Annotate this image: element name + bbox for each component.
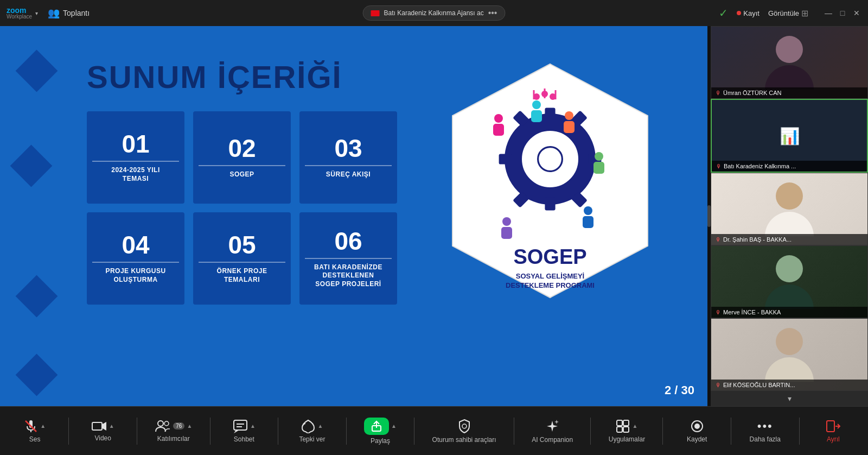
katilimci-chevron[interactable]: ▲	[187, 423, 192, 429]
toolbar-separator-9	[662, 418, 663, 445]
svg-rect-46	[617, 420, 622, 426]
view-button[interactable]: Görüntüle ⊞	[768, 8, 808, 18]
svg-rect-20	[583, 216, 593, 228]
toolbar-ayril[interactable]: Ayrıl	[817, 419, 850, 443]
participants-icon	[155, 420, 171, 433]
leave-icon	[826, 419, 841, 433]
toolbar-katilimcilar[interactable]: 76 ▲ Katılımcılar	[155, 420, 192, 443]
toolbar-separator-2	[137, 418, 137, 445]
participant-name-5: 🎙 Elif KÖSEOĞLU BARTIN...	[711, 380, 867, 390]
video-chevron[interactable]: ▲	[109, 423, 114, 429]
paylas-active-bg	[364, 418, 389, 435]
svg-point-51	[694, 424, 700, 429]
participant-name-3: 🎙 Dr. Şahin BAŞ - BAKKA...	[711, 234, 867, 245]
svg-rect-18	[593, 162, 604, 174]
titlebar-right: ✓ Kayıt Görüntüle ⊞ — □ ✕	[719, 7, 861, 20]
participant-tile-4[interactable]: 🎙 Merve İNCE - BAKKA	[711, 245, 868, 318]
avatar-head-3	[776, 182, 803, 210]
tepki-icon-wrap: ▲	[301, 419, 323, 433]
participants-badge: 76	[173, 422, 184, 429]
svg-rect-3	[545, 108, 555, 121]
svg-point-2	[538, 147, 563, 172]
toolbar-aicompanion[interactable]: AI Companion	[532, 419, 573, 444]
tepki-label: Tepki ver	[299, 435, 325, 443]
toolbar-sohbet[interactable]: ▲ Sohbet	[228, 419, 260, 443]
toolbar-ses[interactable]: ▲ Ses	[18, 419, 51, 443]
reaction-icon	[301, 419, 315, 433]
participant-tile-2[interactable]: 📊 🎙 Batı Karadeniz Kalkınma ...	[711, 99, 868, 173]
dahafazla-label: Daha fazla	[750, 435, 781, 443]
logo-dropdown[interactable]: ▾	[35, 10, 38, 16]
card-01-number: 01	[92, 131, 179, 162]
kaydet-label: Kaydet	[687, 435, 707, 443]
more-icon-wrap: •••	[757, 419, 773, 433]
avatar-body-1	[765, 65, 814, 90]
slide-page-number: 2 / 30	[665, 383, 694, 397]
toolbar-uygulamalar[interactable]: ▲ Uygulamalar	[609, 419, 645, 443]
toolbar-kaydet[interactable]: Kaydet	[681, 419, 713, 443]
toolbar-separator-8	[590, 418, 591, 445]
card-01-label: 2024-2025 YILITEMASI	[111, 166, 160, 183]
toolbar: ▲ Ses ▲ Video	[0, 406, 868, 455]
ai-companion-icon	[545, 419, 560, 434]
sidebar-scroll-down[interactable]: ▾	[711, 391, 868, 406]
diamond-decoration-2	[10, 145, 53, 187]
svg-point-17	[595, 152, 603, 161]
card-06: 06 BATI KARADENİZDEDESTEKLENENSOGEP PROJ…	[299, 212, 397, 305]
paylas-chevron[interactable]: ▲	[391, 423, 397, 429]
meeting-pill-menu[interactable]: •••	[488, 8, 497, 18]
ai-companion-label: AI Companion	[532, 436, 573, 444]
ai-icon-wrap	[545, 419, 560, 434]
avatar-head-1	[776, 36, 803, 63]
toolbar-dahafazla[interactable]: ••• Daha fazla	[749, 419, 781, 443]
participant-tile-1[interactable]: 🎙 Ümran ÖZTÜRK CAN	[711, 26, 868, 99]
participant-tile-3[interactable]: 🎙 Dr. Şahin BAŞ - BAKKA...	[711, 173, 868, 245]
card-02: 02 SOGEP	[193, 111, 291, 204]
card-04: 04 PROJE KURGUSUOLUŞTURMA	[87, 212, 184, 305]
toolbar-separator-5	[346, 418, 347, 445]
card-03-label: SÜREÇ AKIŞI	[326, 170, 371, 179]
diamond-decoration-4	[16, 354, 58, 396]
avatar-head-5	[776, 328, 803, 355]
avatar-head-4	[776, 255, 803, 282]
svg-rect-48	[617, 427, 622, 432]
titlebar: zoom Workplace ▾ 👥 Toplantı Batı Karaden…	[0, 0, 868, 26]
record-button[interactable]: Kayıt	[737, 9, 760, 17]
card-02-number: 02	[199, 136, 285, 166]
card-06-label: BATI KARADENİZDEDESTEKLENENSOGEP PROJELE…	[314, 263, 382, 289]
participants-sidebar: 🎙 Ümran ÖZTÜRK CAN 📊 🎙 Batı Karadeniz Ka…	[711, 26, 868, 406]
card-01: 01 2024-2025 YILITEMASI	[87, 111, 184, 204]
sohbet-chevron[interactable]: ▲	[250, 423, 256, 429]
mic-muted-icon-3: 🎙	[716, 237, 721, 243]
ses-chevron[interactable]: ▲	[40, 423, 46, 429]
svg-rect-6	[499, 154, 512, 164]
mic-muted-icon-5: 🎙	[716, 382, 721, 388]
toolbar-video[interactable]: ▲ Video	[87, 420, 119, 442]
card-04-number: 04	[92, 232, 179, 263]
toolbar-separator-1	[68, 418, 69, 445]
svg-text:SOSYAL GELİŞMEYİ: SOSYAL GELİŞMEYİ	[516, 272, 584, 280]
svg-point-15	[565, 111, 573, 120]
svg-marker-36	[103, 422, 106, 431]
meeting-pill[interactable]: Batı Karadeniz Kalkınma Ajansı ac •••	[363, 5, 506, 21]
svg-text:DESTEKLEME PROGRAMI: DESTEKLEME PROGRAMI	[506, 281, 595, 289]
video-icon-wrap: ▲	[92, 420, 114, 432]
minimize-button[interactable]: —	[824, 8, 833, 18]
uygu-icon-wrap: ▲	[616, 419, 637, 433]
close-button[interactable]: ✕	[852, 8, 861, 18]
toolbar-paylas[interactable]: ▲ Paylaş	[364, 418, 397, 445]
maximize-button[interactable]: □	[838, 8, 847, 18]
card-04-label: PROJE KURGUSUOLUŞTURMA	[105, 267, 165, 284]
svg-point-13	[532, 100, 541, 109]
uygu-chevron[interactable]: ▲	[632, 423, 637, 429]
toolbar-oturum[interactable]: Oturum sahibi araçları	[432, 419, 496, 444]
card-05-label: ÖRNEK PROJETEMALARI	[217, 267, 267, 284]
participant-tile-5[interactable]: 🎙 Elif KÖSEOĞLU BARTIN...	[711, 318, 868, 391]
toolbar-separator-7	[514, 418, 514, 445]
status-check-icon: ✓	[719, 7, 728, 20]
tepki-chevron[interactable]: ▲	[317, 423, 323, 429]
ses-label: Ses	[29, 435, 41, 443]
card-05: 05 ÖRNEK PROJETEMALARI	[193, 212, 291, 305]
toolbar-tepkiver[interactable]: ▲ Tepki ver	[296, 419, 328, 443]
chevron-down-icon: ▾	[788, 394, 792, 403]
